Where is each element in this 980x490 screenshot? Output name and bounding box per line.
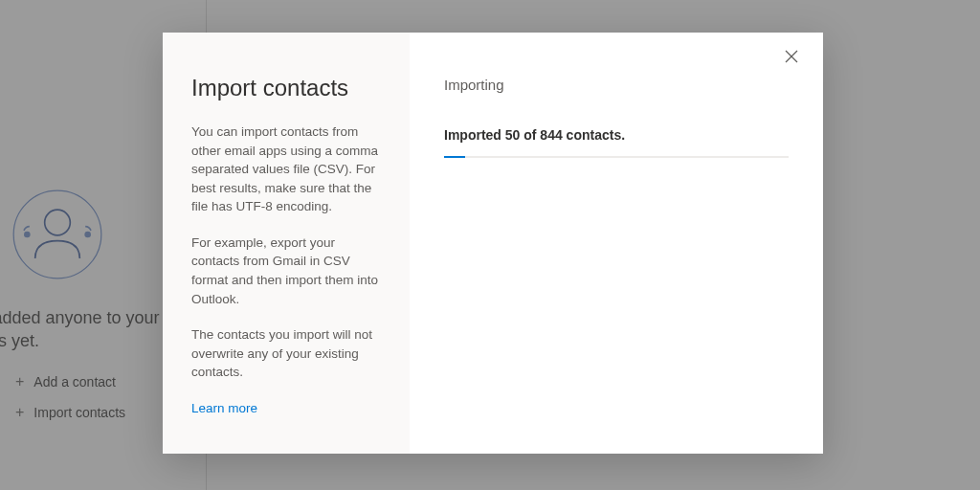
- modal-progress-panel: Importing Imported 50 of 844 contacts.: [410, 33, 823, 454]
- learn-more-link[interactable]: Learn more: [191, 401, 257, 415]
- progress-bar-track: [444, 156, 789, 158]
- modal-info-paragraph: You can import contacts from other email…: [191, 122, 381, 216]
- modal-title: Import contacts: [191, 75, 381, 101]
- modal-info-paragraph: For example, export your contacts from G…: [191, 234, 381, 308]
- close-button[interactable]: [785, 50, 802, 67]
- modal-info-panel: Import contacts You can import contacts …: [163, 33, 410, 454]
- progress-heading: Importing: [444, 77, 789, 93]
- modal-info-paragraph: The contacts you import will not overwri…: [191, 325, 381, 382]
- progress-bar-fill: [444, 156, 465, 158]
- import-contacts-modal: Import contacts You can import contacts …: [163, 33, 823, 454]
- close-icon: [785, 50, 798, 63]
- progress-status: Imported 50 of 844 contacts.: [444, 127, 789, 143]
